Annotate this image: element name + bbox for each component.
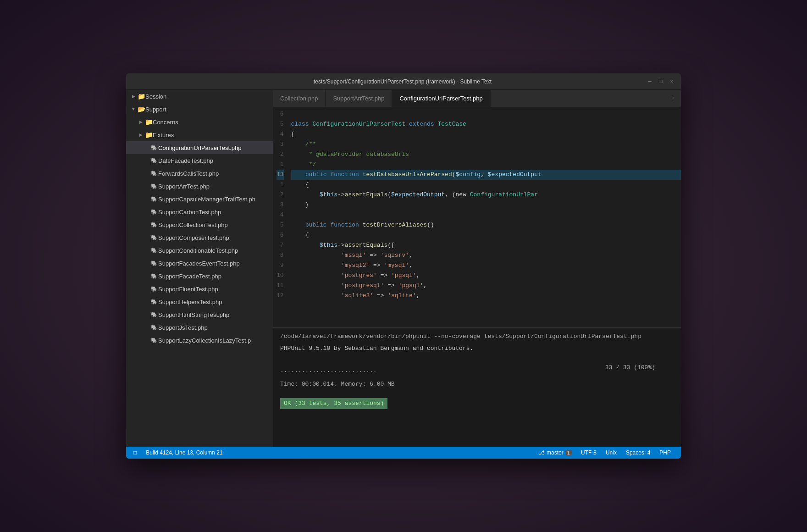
- sidebar-item-supportlazycollection[interactable]: 🐘 SupportLazyCollectionIsLazyTest.p: [126, 334, 273, 347]
- sidebar-item-forwardscallstest[interactable]: 🐘 ForwardsCallsTest.php: [126, 167, 273, 180]
- sidebar-item-concerns[interactable]: ▶ 📁 Concerns: [126, 116, 273, 128]
- sidebar-item-label: SupportLazyCollectionIsLazyTest.p: [158, 337, 251, 344]
- sidebar-item-supportjstest[interactable]: 🐘 SupportJsTest.php: [126, 321, 273, 334]
- status-indent[interactable]: Spaces: 4: [621, 449, 655, 456]
- close-button[interactable]: ✕: [668, 78, 675, 85]
- window-title: tests/Support/ConfigurationUrlParserTest…: [159, 78, 646, 85]
- square-icon: □: [133, 449, 137, 456]
- code-lines[interactable]: class ConfigurationUrlParserTest extends…: [289, 107, 681, 327]
- terminal-progress: 33 / 33 (100%): [605, 363, 655, 372]
- code-line: 'mssql' => 'sqlsrv',: [291, 250, 681, 260]
- terminal-command: /code/laravel/framework/vendor/bin/phpun…: [280, 332, 674, 341]
- sidebar-item-label: SupportCarbonTest.php: [158, 209, 221, 216]
- status-encoding[interactable]: UTF-8: [576, 449, 601, 456]
- code-line: class ConfigurationUrlParserTest extends…: [291, 119, 681, 129]
- tab-label: ConfigurationUrlParserTest.php: [399, 95, 482, 102]
- main-area: ▶ 📁 Session ▼ 📂 Support ▶ 📁 Concerns ▶ 📁…: [126, 90, 681, 447]
- window-controls: ─ □ ✕: [646, 78, 675, 85]
- terminal-panel: /code/laravel/framework/vendor/bin/phpun…: [273, 327, 681, 447]
- code-line-highlighted: public function testDatabaseUrlsAreParse…: [291, 170, 681, 180]
- status-git-branch[interactable]: ⎇ master 1: [534, 449, 576, 456]
- code-line: {: [291, 129, 681, 139]
- sidebar-item-supportfluenttest[interactable]: 🐘 SupportFluentTest.php: [126, 283, 273, 295]
- sidebar-item-supportarrtest[interactable]: 🐘 SupportArrTest.php: [126, 180, 273, 193]
- tabs-bar: Collection.php SupportArrTest.php Config…: [273, 90, 681, 107]
- sidebar-item-fixtures[interactable]: ▶ 📁 Fixtures: [126, 128, 273, 141]
- php-file-icon: 🐘: [150, 145, 158, 151]
- tab-collection[interactable]: Collection.php: [273, 90, 326, 107]
- status-language[interactable]: PHP: [655, 449, 675, 456]
- file-tree: ▶ 📁 Session ▼ 📂 Support ▶ 📁 Concerns ▶ 📁…: [126, 90, 273, 447]
- php-file-icon: 🐘: [150, 222, 158, 228]
- editor-area: Collection.php SupportArrTest.php Config…: [273, 90, 681, 447]
- branch-name: master: [547, 449, 564, 456]
- php-file-icon: 🐘: [150, 196, 158, 202]
- status-square-icon[interactable]: □: [132, 449, 141, 456]
- php-file-icon: 🐘: [150, 248, 158, 254]
- sidebar-item-support[interactable]: ▼ 📂 Support: [126, 103, 273, 116]
- folder-icon: 📁: [144, 118, 153, 126]
- arrow-icon: ▶: [137, 133, 144, 137]
- code-line: [291, 109, 681, 119]
- minimize-button[interactable]: ─: [646, 78, 653, 85]
- terminal-ok-text: OK (33 tests, 35 assertions): [280, 398, 387, 409]
- php-file-icon: 🐘: [150, 273, 158, 279]
- sidebar-item-label: SupportComposerTest.php: [158, 234, 229, 241]
- maximize-button[interactable]: □: [657, 78, 664, 85]
- sidebar-item-configurationurlparsertest[interactable]: 🐘 ConfigurationUrlParserTest.php: [126, 141, 273, 154]
- status-left: □ Build 4124, Line 13, Column 21: [132, 449, 227, 456]
- tab-configurationurlparsertest[interactable]: ConfigurationUrlParserTest.php: [392, 90, 490, 107]
- folder-icon: 📁: [144, 131, 153, 139]
- php-file-icon: 🐘: [150, 209, 158, 215]
- sidebar-item-supportcomposertest[interactable]: 🐘 SupportComposerTest.php: [126, 231, 273, 244]
- sidebar-item-label: SupportCollectionTest.php: [158, 222, 228, 228]
- php-file-icon: 🐘: [150, 299, 158, 305]
- sidebar-item-supporthelperstest[interactable]: 🐘 SupportHelpersTest.php: [126, 295, 273, 308]
- sidebar-item-label: SupportFacadeTest.php: [158, 273, 221, 280]
- terminal-ok-wrapper: OK (33 tests, 35 assertions): [280, 393, 674, 409]
- code-editor[interactable]: 6 5 4 3 2 1 13 1 2 3 4 5 6 7 8 9 10: [273, 107, 681, 327]
- sidebar-item-label: SupportJsTest.php: [158, 324, 208, 331]
- code-line: [291, 210, 681, 220]
- status-build[interactable]: Build 4124, Line 13, Column 21: [141, 449, 227, 456]
- sidebar-item-supportcapsulemanager[interactable]: 🐘 SupportCapsuleManagerTraitTest.ph: [126, 193, 273, 205]
- sidebar-item-label: Concerns: [153, 119, 178, 126]
- terminal-progress-row: ........................... 33 / 33 (100…: [280, 360, 674, 375]
- code-line: */: [291, 160, 681, 170]
- tab-supportarrtest[interactable]: SupportArrTest.php: [326, 90, 392, 107]
- sidebar-item-label: SupportCapsuleManagerTraitTest.ph: [158, 196, 255, 203]
- sidebar-item-datefacadetest[interactable]: 🐘 DateFacadeTest.php: [126, 154, 273, 167]
- sidebar-item-supportfacadeseventtest[interactable]: 🐘 SupportFacadesEventTest.php: [126, 257, 273, 270]
- sidebar-item-supportconditionabletest[interactable]: 🐘 SupportConditionableTest.php: [126, 244, 273, 257]
- tab-label: SupportArrTest.php: [333, 95, 384, 102]
- php-file-icon: 🐘: [150, 325, 158, 331]
- code-line: /**: [291, 139, 681, 150]
- arrow-icon: ▶: [130, 94, 137, 99]
- status-right: ⎇ master 1 UTF-8 Unix Spaces: 4 PHP: [534, 449, 675, 456]
- code-line: 'sqlite3' => 'sqlite',: [291, 291, 681, 301]
- php-file-icon: 🐘: [150, 235, 158, 241]
- status-bar: □ Build 4124, Line 13, Column 21 ⎇ maste…: [126, 447, 681, 459]
- add-tab-button[interactable]: +: [665, 90, 681, 107]
- sidebar-item-supporthtmlstringtest[interactable]: 🐘 SupportHtmlStringTest.php: [126, 308, 273, 321]
- code-line: {: [291, 180, 681, 190]
- sidebar-item-supportcollectiontest[interactable]: 🐘 SupportCollectionTest.php: [126, 218, 273, 231]
- sidebar-item-label: Support: [145, 106, 166, 113]
- php-file-icon: 🐘: [150, 286, 158, 292]
- php-file-icon: 🐘: [150, 312, 158, 318]
- sidebar-item-label: SupportFacadesEventTest.php: [158, 260, 240, 267]
- status-line-ending[interactable]: Unix: [601, 449, 621, 456]
- sidebar-item-label: SupportHelpersTest.php: [158, 299, 222, 305]
- folder-icon: 📁: [137, 93, 145, 100]
- sidebar-item-label: Fixtures: [153, 132, 174, 139]
- sidebar-item-label: SupportArrTest.php: [158, 183, 210, 190]
- sidebar-item-supportfacadetest[interactable]: 🐘 SupportFacadeTest.php: [126, 270, 273, 283]
- sidebar-item-supportcarbontest[interactable]: 🐘 SupportCarbonTest.php: [126, 205, 273, 218]
- terminal-phpunit-info: PHPUnit 9.5.10 by Sebastian Bergmann and…: [280, 344, 674, 353]
- code-line: {: [291, 230, 681, 240]
- sidebar-item-label: SupportConditionableTest.php: [158, 247, 238, 254]
- sidebar-item-label: ForwardsCallsTest.php: [158, 170, 219, 177]
- sidebar-item-session[interactable]: ▶ 📁 Session: [126, 90, 273, 103]
- title-bar: tests/Support/ConfigurationUrlParserTest…: [126, 73, 681, 90]
- sidebar-item-label: DateFacadeTest.php: [158, 157, 213, 164]
